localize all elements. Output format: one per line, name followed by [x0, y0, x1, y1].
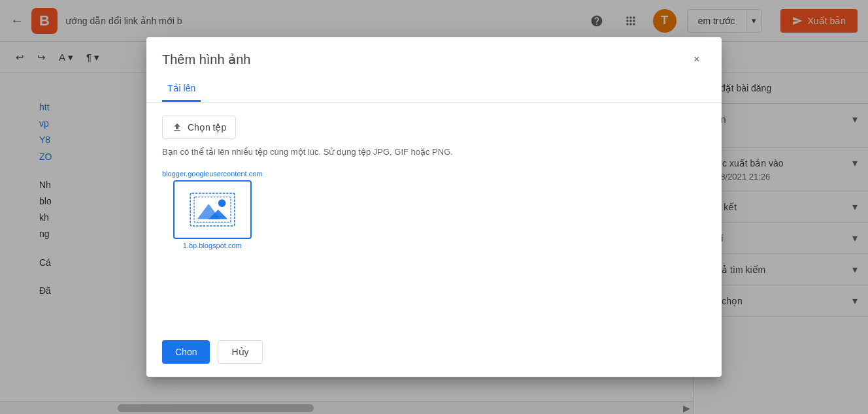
cancel-button[interactable]: Hủy: [218, 340, 262, 364]
tab-upload[interactable]: Tải lên: [162, 76, 201, 102]
choose-file-button[interactable]: Chọn tệp: [162, 116, 236, 139]
image-thumbnail[interactable]: [173, 180, 252, 239]
upload-hint-text: Bạn có thể tải lên nhiều tệp cùng một lú…: [162, 147, 706, 157]
add-image-modal: Thêm hình ảnh × Tải lên Chọn tệp Bạn có …: [146, 37, 722, 377]
image-preview-grid: blogger.googleusercontent.com: [162, 170, 706, 249]
upload-section: Chọn tệp Bạn có thể tải lên nhiều tệp cù…: [162, 116, 706, 249]
image-preview-item[interactable]: blogger.googleusercontent.com: [162, 170, 263, 249]
modal-close-button[interactable]: ×: [688, 50, 706, 69]
select-button[interactable]: Chon: [162, 340, 210, 364]
image-source-url: blogger.googleusercontent.com: [162, 170, 263, 178]
svg-point-4: [218, 199, 226, 207]
modal-body: Chọn tệp Bạn có thể tải lên nhiều tệp cù…: [146, 103, 722, 332]
modal-footer: Chon Hủy: [146, 332, 722, 377]
choose-file-label: Chọn tệp: [188, 122, 226, 133]
modal-header: Thêm hình ảnh ×: [146, 37, 722, 69]
image-domain: 1.bp.blogspot.com: [183, 242, 242, 249]
modal-title: Thêm hình ảnh: [162, 52, 250, 67]
modal-tabs: Tải lên: [146, 76, 722, 103]
modal-overlay[interactable]: Thêm hình ảnh × Tải lên Chọn tệp Bạn có …: [0, 0, 868, 414]
